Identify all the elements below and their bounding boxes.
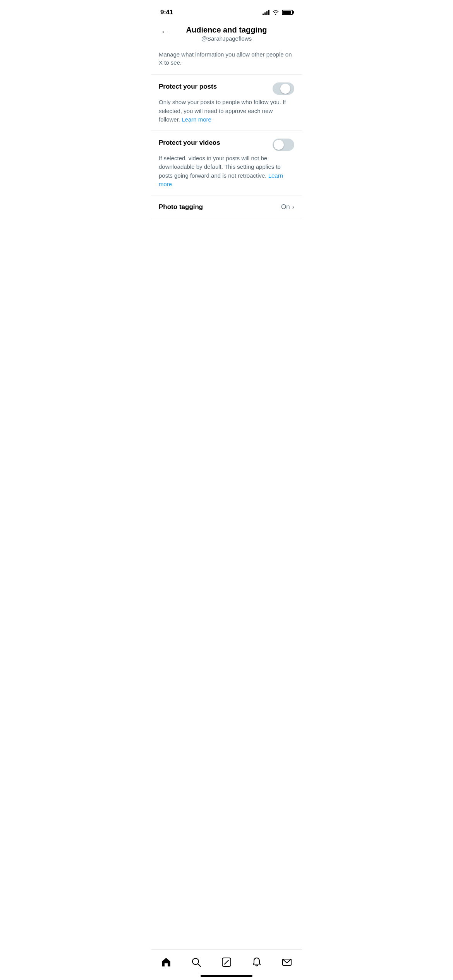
protect-posts-row: Protect your posts — [159, 82, 294, 95]
status-time: 9:41 — [160, 9, 173, 16]
account-handle: @SarahJpageflows — [201, 35, 252, 42]
wifi-icon — [272, 10, 279, 15]
back-arrow-icon: ← — [161, 27, 169, 36]
protect-videos-row: Protect your videos — [159, 139, 294, 151]
protect-videos-label: Protect your videos — [159, 139, 273, 147]
protect-videos-toggle-track — [273, 139, 294, 151]
protect-posts-description: Only show your posts to people who follo… — [159, 98, 294, 124]
back-button[interactable]: ← — [158, 25, 172, 39]
chevron-right-icon: › — [292, 204, 294, 211]
protect-posts-label: Protect your posts — [159, 82, 273, 91]
protect-videos-description: If selected, videos in your posts will n… — [159, 154, 294, 189]
protect-posts-toggle[interactable] — [273, 82, 294, 95]
protect-posts-toggle-track — [273, 82, 294, 95]
photo-tagging-label: Photo tagging — [159, 203, 203, 211]
protect-posts-section: Protect your posts Only show your posts … — [151, 75, 302, 131]
protect-videos-toggle-thumb — [274, 140, 284, 150]
photo-tagging-value: On — [281, 203, 290, 211]
status-icons — [263, 10, 293, 15]
protect-videos-toggle[interactable] — [273, 139, 294, 151]
photo-tagging-row[interactable]: Photo tagging On › — [151, 195, 302, 219]
photo-tagging-value-row[interactable]: On › — [281, 203, 294, 211]
page-title: Audience and tagging — [186, 26, 267, 34]
battery-icon — [282, 10, 293, 15]
status-bar: 9:41 — [151, 0, 302, 19]
protect-posts-toggle-thumb — [280, 84, 290, 94]
signal-icon — [263, 10, 269, 15]
protect-videos-section: Protect your videos If selected, videos … — [151, 131, 302, 195]
page-description: Manage what information you allow other … — [151, 45, 302, 75]
protect-posts-learn-more[interactable]: Learn more — [182, 116, 211, 123]
page-header: ← Audience and tagging @SarahJpageflows — [151, 19, 302, 45]
